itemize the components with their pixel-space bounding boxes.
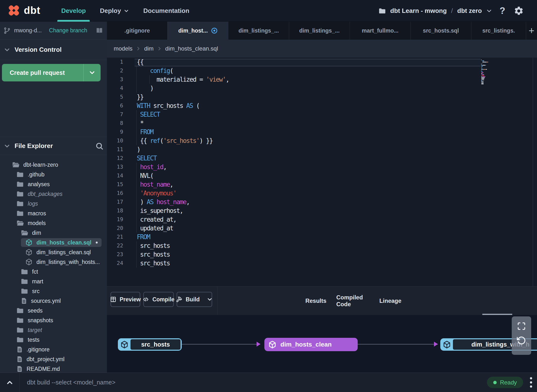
tree-item-label: target xyxy=(28,327,42,333)
panel-tab-results[interactable]: Results xyxy=(301,287,330,315)
code-line: FROM xyxy=(137,128,153,136)
version-control-header[interactable]: Version Control xyxy=(0,40,107,60)
build-dropdown-chevron[interactable] xyxy=(207,296,213,303)
editor-tab[interactable]: mart_fullmo... xyxy=(350,22,411,40)
tree-item-label: logs xyxy=(28,200,38,207)
code-line: is_superhost, xyxy=(137,206,183,215)
line-number: 10 xyxy=(107,136,123,145)
folder-icon xyxy=(378,7,386,15)
tree-folder[interactable]: fct xyxy=(0,267,107,277)
fullscreen-icon[interactable] xyxy=(517,322,526,331)
editor-scrollbar[interactable] xyxy=(533,58,533,286)
tree-item-label: dbt_project.yml xyxy=(27,356,65,363)
code-line: updated_at xyxy=(137,224,173,233)
nav-deploy[interactable]: Deploy xyxy=(100,0,129,22)
kebab-menu-icon[interactable] xyxy=(530,377,532,388)
line-number: 11 xyxy=(107,145,123,154)
search-icon[interactable] xyxy=(95,142,104,150)
nav-documentation[interactable]: Documentation xyxy=(143,0,189,22)
editor-tab[interactable]: src_hosts.sql xyxy=(411,22,471,40)
project-selector[interactable]: dbt Learn - mwong / dbt zero xyxy=(378,0,493,22)
tree-folder[interactable]: models xyxy=(0,218,107,228)
toolbar-divider xyxy=(217,287,217,315)
docs-book-icon[interactable] xyxy=(95,26,104,35)
code-line: {{ xyxy=(137,58,143,66)
tree-file[interactable]: dim_listings_with_hosts... xyxy=(0,257,107,267)
breadcrumb-item[interactable]: models xyxy=(114,45,132,52)
code-line: created_at, xyxy=(137,215,176,224)
tree-folder[interactable]: dim xyxy=(0,228,107,238)
change-branch-link[interactable]: Change branch xyxy=(49,27,92,34)
editor-tab[interactable]: dim_listings_... xyxy=(228,22,289,40)
expand-console-chevron[interactable] xyxy=(0,378,19,387)
new-tab-button[interactable]: + xyxy=(526,22,537,40)
tree-file[interactable]: dim_hosts_clean.sql xyxy=(0,238,107,247)
code-editor[interactable]: 1{{2 config(3 materialized = 'view',4 )5… xyxy=(107,58,537,286)
refresh-icon[interactable] xyxy=(517,336,526,345)
tab-label: .gitignore xyxy=(124,27,150,34)
tree-file[interactable]: dbt_project.yml xyxy=(0,354,107,364)
tree-folder[interactable]: src xyxy=(0,286,107,296)
tree-folder[interactable]: tests xyxy=(0,335,107,345)
tree-item-label: analyses xyxy=(28,181,50,188)
tree-folder[interactable]: .github xyxy=(0,170,107,179)
line-number: 24 xyxy=(107,259,123,268)
file-explorer-header[interactable]: File Explorer xyxy=(0,137,107,155)
pr-dropdown-chevron[interactable] xyxy=(84,69,101,76)
tree-folder[interactable]: seeds xyxy=(0,306,107,315)
environment-name: dbt zero xyxy=(457,7,482,15)
project-name: dbt Learn - mwong xyxy=(390,7,447,15)
editor-tab[interactable]: .gitignore xyxy=(107,22,168,40)
tree-folder[interactable]: macros xyxy=(0,209,107,218)
code-line: * xyxy=(137,119,143,128)
line-number: 6 xyxy=(107,101,123,110)
folder-icon xyxy=(21,288,28,294)
preview-button[interactable]: Preview xyxy=(111,292,140,307)
panel-tab-lineage[interactable]: Lineage xyxy=(375,287,405,315)
line-number: 2 xyxy=(107,66,123,75)
settings-gear-icon[interactable] xyxy=(514,6,524,16)
folder-icon xyxy=(17,307,24,314)
editor-tab[interactable]: src_listings. xyxy=(471,22,526,40)
cube-icon xyxy=(268,340,277,349)
help-button[interactable]: ? xyxy=(500,0,505,22)
code-icon xyxy=(143,296,149,303)
lineage-node[interactable]: src_hosts xyxy=(118,338,182,351)
editor-tab[interactable]: dim_host... xyxy=(168,22,228,40)
editor-tab[interactable]: dim_listings_... xyxy=(289,22,350,40)
tree-file[interactable]: .gitignore xyxy=(0,345,107,354)
breadcrumb-item[interactable]: dim xyxy=(144,45,154,52)
tree-folder[interactable]: logs xyxy=(0,199,107,209)
tab-label: dim_listings_... xyxy=(238,27,279,34)
tree-folder[interactable]: dbt-learn-zero xyxy=(0,160,107,170)
code-line: host_name, xyxy=(137,180,173,189)
file-explorer-title: File Explorer xyxy=(15,142,91,150)
compile-button[interactable]: Compile xyxy=(143,292,174,307)
lineage-controls xyxy=(512,316,531,355)
tab-label: src_listings. xyxy=(482,27,515,34)
nav-develop[interactable]: Develop xyxy=(61,0,86,22)
create-pull-request-button[interactable]: Create pull request xyxy=(2,64,101,81)
build-button[interactable]: Build xyxy=(177,292,212,307)
tree-file[interactable]: dim_listings_clean.sql xyxy=(0,247,107,257)
status-bar: dbt build --select <model_name> Ready xyxy=(0,373,537,392)
tree-file[interactable]: sources.yml xyxy=(0,296,107,306)
dbt-logo[interactable]: dbt xyxy=(7,4,40,17)
tree-folder[interactable]: mart xyxy=(0,277,107,286)
tree-folder[interactable]: target xyxy=(0,325,107,335)
lineage-node[interactable]: dim_hosts_clean xyxy=(264,338,358,351)
line-number: 14 xyxy=(107,171,123,180)
button-label: Build xyxy=(186,296,200,303)
tree-item-label: dbt-learn-zero xyxy=(23,162,58,168)
button-label: Preview xyxy=(120,296,141,303)
chevron-down-icon xyxy=(123,8,129,14)
code-line: materialized = 'view', xyxy=(137,75,229,84)
tree-folder[interactable]: snapshots xyxy=(0,315,107,325)
tree-item-label: fct xyxy=(32,269,38,275)
tree-folder[interactable]: analyses xyxy=(0,179,107,189)
breadcrumb-item[interactable]: dim_hosts_clean.sql xyxy=(165,45,218,52)
panel-tab-compiled-code[interactable]: Compiled Code xyxy=(336,287,370,315)
tree-file[interactable]: README.md xyxy=(0,364,107,374)
tree-folder[interactable]: dbt_packages xyxy=(0,189,107,199)
divider xyxy=(19,373,20,392)
